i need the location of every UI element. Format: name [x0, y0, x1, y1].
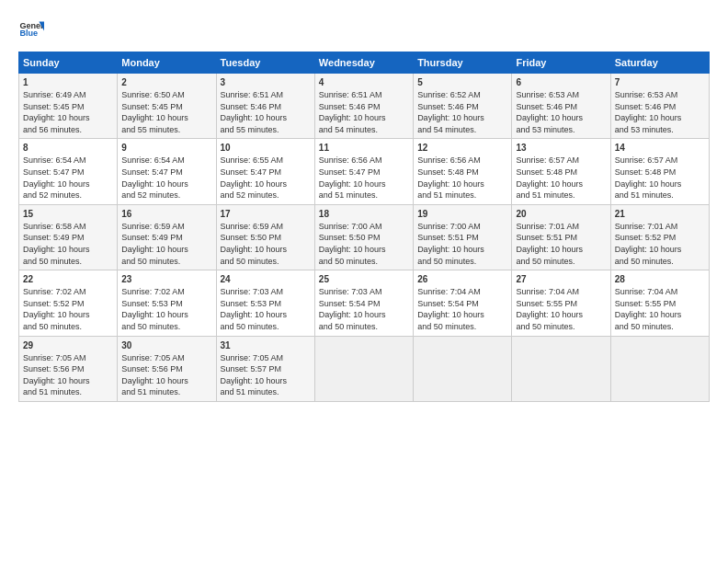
calendar-cell: 11Sunrise: 6:56 AMSunset: 5:47 PMDayligh…	[314, 139, 413, 204]
day-number: 6	[516, 76, 606, 89]
cell-content: Sunrise: 7:04 AMSunset: 5:55 PMDaylight:…	[615, 286, 705, 332]
cell-content: Sunrise: 6:54 AMSunset: 5:47 PMDaylight:…	[23, 155, 113, 201]
cell-content: Sunrise: 7:00 AMSunset: 5:51 PMDaylight:…	[417, 221, 507, 267]
calendar-cell: 23Sunrise: 7:02 AMSunset: 5:53 PMDayligh…	[118, 270, 216, 336]
week-row-3: 15Sunrise: 6:58 AMSunset: 5:49 PMDayligh…	[19, 204, 710, 270]
cell-content: Sunrise: 7:04 AMSunset: 5:55 PMDaylight:…	[516, 286, 606, 332]
cell-content: Sunrise: 6:57 AMSunset: 5:48 PMDaylight:…	[516, 155, 606, 201]
cell-content: Sunrise: 6:51 AMSunset: 5:46 PMDaylight:…	[319, 89, 409, 135]
day-number: 8	[23, 142, 113, 155]
calendar-table: SundayMondayTuesdayWednesdayThursdayFrid…	[18, 52, 710, 402]
cell-content: Sunrise: 6:53 AMSunset: 5:46 PMDaylight:…	[516, 89, 606, 135]
col-header-saturday: Saturday	[610, 52, 709, 74]
day-number: 3	[221, 76, 311, 89]
calendar-cell: 24Sunrise: 7:03 AMSunset: 5:53 PMDayligh…	[216, 270, 314, 336]
calendar-cell: 9Sunrise: 6:54 AMSunset: 5:47 PMDaylight…	[118, 139, 216, 204]
day-number: 9	[121, 142, 211, 155]
calendar-cell: 5Sunrise: 6:52 AMSunset: 5:46 PMDaylight…	[414, 74, 512, 139]
day-number: 27	[516, 273, 606, 286]
calendar-cell: 6Sunrise: 6:53 AMSunset: 5:46 PMDaylight…	[512, 74, 610, 139]
week-row-2: 8Sunrise: 6:54 AMSunset: 5:47 PMDaylight…	[19, 139, 710, 204]
cell-content: Sunrise: 6:59 AMSunset: 5:50 PMDaylight:…	[221, 221, 311, 267]
calendar-cell: 29Sunrise: 7:05 AMSunset: 5:56 PMDayligh…	[19, 336, 118, 401]
cell-content: Sunrise: 6:50 AMSunset: 5:45 PMDaylight:…	[121, 89, 211, 135]
calendar-cell: 12Sunrise: 6:56 AMSunset: 5:48 PMDayligh…	[414, 139, 512, 204]
calendar-cell: 8Sunrise: 6:54 AMSunset: 5:47 PMDaylight…	[19, 139, 118, 204]
day-number: 30	[121, 339, 211, 352]
logo: General Blue	[18, 17, 44, 42]
day-number: 16	[121, 208, 211, 221]
day-number: 29	[23, 339, 113, 352]
week-row-4: 22Sunrise: 7:02 AMSunset: 5:52 PMDayligh…	[19, 270, 710, 336]
cell-content: Sunrise: 6:59 AMSunset: 5:49 PMDaylight:…	[121, 221, 211, 267]
cell-content: Sunrise: 6:58 AMSunset: 5:49 PMDaylight:…	[23, 221, 113, 267]
cell-content: Sunrise: 7:02 AMSunset: 5:53 PMDaylight:…	[121, 286, 211, 332]
header-row: SundayMondayTuesdayWednesdayThursdayFrid…	[19, 52, 710, 74]
day-number: 13	[516, 142, 606, 155]
day-number: 1	[23, 76, 113, 89]
cell-content: Sunrise: 6:55 AMSunset: 5:47 PMDaylight:…	[221, 155, 311, 201]
day-number: 11	[319, 142, 409, 155]
calendar-cell	[610, 336, 709, 401]
day-number: 10	[221, 142, 311, 155]
day-number: 4	[319, 76, 409, 89]
calendar-cell	[314, 336, 413, 401]
calendar-cell: 16Sunrise: 6:59 AMSunset: 5:49 PMDayligh…	[118, 204, 216, 270]
calendar-cell: 14Sunrise: 6:57 AMSunset: 5:48 PMDayligh…	[610, 139, 709, 204]
calendar-cell: 3Sunrise: 6:51 AMSunset: 5:46 PMDaylight…	[216, 74, 314, 139]
day-number: 28	[615, 273, 705, 286]
day-number: 17	[221, 208, 311, 221]
col-header-sunday: Sunday	[19, 52, 118, 74]
col-header-thursday: Thursday	[414, 52, 512, 74]
calendar-cell: 28Sunrise: 7:04 AMSunset: 5:55 PMDayligh…	[610, 270, 709, 336]
cell-content: Sunrise: 6:51 AMSunset: 5:46 PMDaylight:…	[221, 89, 311, 135]
col-header-friday: Friday	[512, 52, 610, 74]
cell-content: Sunrise: 6:54 AMSunset: 5:47 PMDaylight:…	[121, 155, 211, 201]
cell-content: Sunrise: 6:53 AMSunset: 5:46 PMDaylight:…	[615, 89, 705, 135]
day-number: 12	[417, 142, 507, 155]
calendar-cell: 2Sunrise: 6:50 AMSunset: 5:45 PMDaylight…	[118, 74, 216, 139]
cell-content: Sunrise: 7:03 AMSunset: 5:53 PMDaylight:…	[221, 286, 311, 332]
cell-content: Sunrise: 7:05 AMSunset: 5:57 PMDaylight:…	[221, 352, 311, 398]
day-number: 22	[23, 273, 113, 286]
day-number: 2	[121, 76, 211, 89]
calendar-cell: 17Sunrise: 6:59 AMSunset: 5:50 PMDayligh…	[216, 204, 314, 270]
calendar-cell: 30Sunrise: 7:05 AMSunset: 5:56 PMDayligh…	[118, 336, 216, 401]
day-number: 7	[615, 76, 705, 89]
svg-text:Blue: Blue	[19, 29, 38, 38]
calendar-cell: 19Sunrise: 7:00 AMSunset: 5:51 PMDayligh…	[414, 204, 512, 270]
day-number: 18	[319, 208, 409, 221]
cell-content: Sunrise: 6:52 AMSunset: 5:46 PMDaylight:…	[417, 89, 507, 135]
week-row-1: 1Sunrise: 6:49 AMSunset: 5:45 PMDaylight…	[19, 74, 710, 139]
calendar-cell: 20Sunrise: 7:01 AMSunset: 5:51 PMDayligh…	[512, 204, 610, 270]
calendar-cell: 31Sunrise: 7:05 AMSunset: 5:57 PMDayligh…	[216, 336, 314, 401]
cell-content: Sunrise: 6:56 AMSunset: 5:47 PMDaylight:…	[319, 155, 409, 201]
day-number: 5	[417, 76, 507, 89]
cell-content: Sunrise: 6:56 AMSunset: 5:48 PMDaylight:…	[417, 155, 507, 201]
day-number: 23	[121, 273, 211, 286]
calendar-cell: 1Sunrise: 6:49 AMSunset: 5:45 PMDaylight…	[19, 74, 118, 139]
calendar-cell: 27Sunrise: 7:04 AMSunset: 5:55 PMDayligh…	[512, 270, 610, 336]
cell-content: Sunrise: 7:04 AMSunset: 5:54 PMDaylight:…	[417, 286, 507, 332]
cell-content: Sunrise: 6:57 AMSunset: 5:48 PMDaylight:…	[615, 155, 705, 201]
calendar-cell: 26Sunrise: 7:04 AMSunset: 5:54 PMDayligh…	[414, 270, 512, 336]
calendar-cell: 4Sunrise: 6:51 AMSunset: 5:46 PMDaylight…	[314, 74, 413, 139]
col-header-monday: Monday	[118, 52, 216, 74]
day-number: 24	[221, 273, 311, 286]
calendar-cell: 22Sunrise: 7:02 AMSunset: 5:52 PMDayligh…	[19, 270, 118, 336]
calendar-cell: 13Sunrise: 6:57 AMSunset: 5:48 PMDayligh…	[512, 139, 610, 204]
calendar-cell: 25Sunrise: 7:03 AMSunset: 5:54 PMDayligh…	[314, 270, 413, 336]
day-number: 21	[615, 208, 705, 221]
day-number: 20	[516, 208, 606, 221]
calendar-cell: 10Sunrise: 6:55 AMSunset: 5:47 PMDayligh…	[216, 139, 314, 204]
cell-content: Sunrise: 7:01 AMSunset: 5:51 PMDaylight:…	[516, 221, 606, 267]
col-header-wednesday: Wednesday	[314, 52, 413, 74]
cell-content: Sunrise: 7:01 AMSunset: 5:52 PMDaylight:…	[615, 221, 705, 267]
day-number: 19	[417, 208, 507, 221]
day-number: 31	[221, 339, 311, 352]
col-header-tuesday: Tuesday	[216, 52, 314, 74]
cell-content: Sunrise: 7:03 AMSunset: 5:54 PMDaylight:…	[319, 286, 409, 332]
calendar-page: General Blue SundayMondayTuesdayWednesda…	[0, 0, 728, 563]
week-row-5: 29Sunrise: 7:05 AMSunset: 5:56 PMDayligh…	[19, 336, 710, 401]
calendar-cell	[414, 336, 512, 401]
